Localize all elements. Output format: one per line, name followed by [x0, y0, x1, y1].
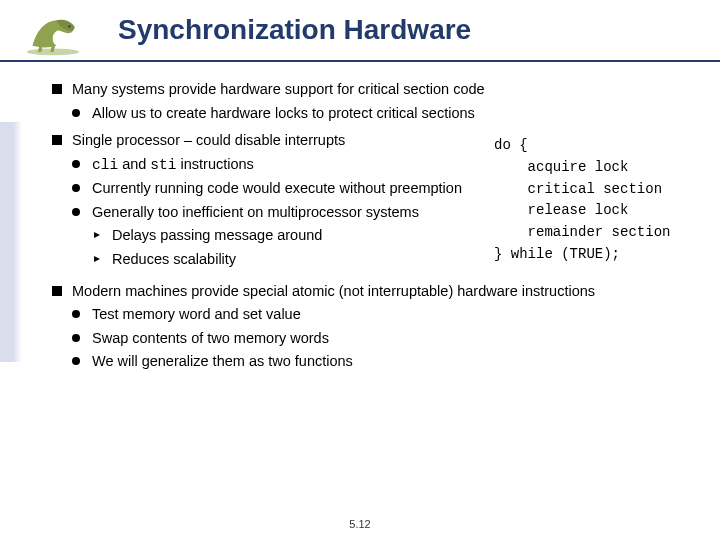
subbullet-swap: Swap contents of two memory words: [72, 329, 704, 349]
subbullet-cli-sti: cli and sti instructions: [72, 155, 480, 176]
page-number: 5.12: [0, 518, 720, 530]
subbullet-no-preemption: Currently running code would execute wit…: [72, 179, 480, 199]
bullet-text: instructions: [176, 156, 253, 172]
bullet-text: Swap contents of two memory words: [92, 330, 329, 346]
bullet-text: We will generalize them as two functions: [92, 353, 353, 369]
subsubbullet-scalability: Reduces scalability: [92, 250, 480, 270]
code-inline: cli: [92, 157, 118, 173]
slide-content: Many systems provide hardware support fo…: [0, 62, 720, 372]
bullet-atomic-instructions: Modern machines provide special atomic (…: [52, 282, 704, 372]
bullet-text: and: [118, 156, 150, 172]
bullet-text: Currently running code would execute wit…: [92, 180, 462, 196]
bullet-hardware-support: Many systems provide hardware support fo…: [52, 80, 704, 123]
bullet-single-processor: Single processor – could disable interru…: [52, 131, 704, 273]
pseudocode-block: do { acquire lock critical section relea…: [494, 131, 704, 265]
subbullet-test-set: Test memory word and set value: [72, 305, 704, 325]
bullet-text: Test memory word and set value: [92, 306, 301, 322]
bullet-text: Many systems provide hardware support fo…: [72, 81, 485, 97]
subsubbullet-delays: Delays passing message around: [92, 226, 480, 246]
dinosaur-logo-icon: [18, 8, 88, 56]
subbullet-hardware-locks: Allow us to create hardware locks to pro…: [72, 104, 704, 124]
bullet-text: Generally too inefficient on multiproces…: [92, 204, 419, 220]
bullet-text: Single processor – could disable interru…: [72, 132, 345, 148]
bullet-text: Modern machines provide special atomic (…: [72, 283, 595, 299]
svg-point-1: [68, 25, 70, 27]
subbullet-generalize: We will generalize them as two functions: [72, 352, 704, 372]
slide-title: Synchronization Hardware: [118, 14, 471, 46]
bullet-text: Allow us to create hardware locks to pro…: [92, 105, 475, 121]
bullet-text: Reduces scalability: [112, 251, 236, 267]
subbullet-inefficient-mp: Generally too inefficient on multiproces…: [72, 203, 480, 270]
slide-header: Synchronization Hardware: [0, 0, 720, 56]
code-inline: sti: [150, 157, 176, 173]
bullet-text: Delays passing message around: [112, 227, 322, 243]
